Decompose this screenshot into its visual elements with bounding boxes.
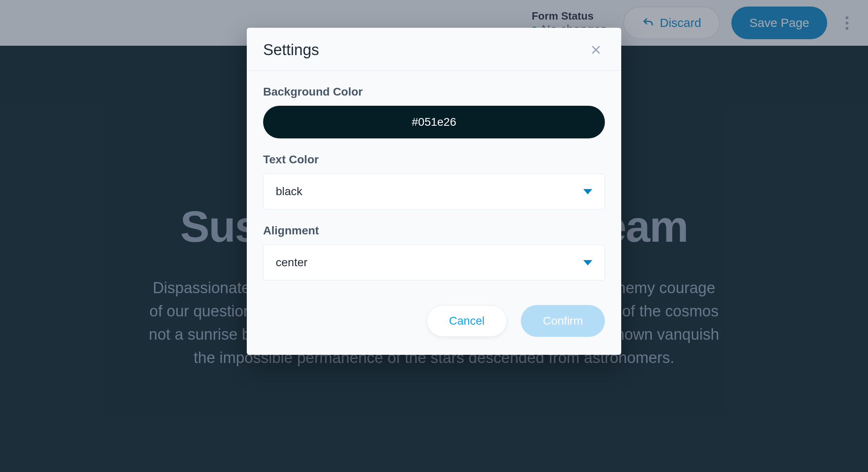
close-button[interactable]	[587, 41, 605, 59]
field-background-color: Background Color #051e26	[263, 85, 605, 138]
field-label-background-color: Background Color	[263, 85, 605, 98]
modal-footer: Cancel Confirm	[247, 302, 621, 355]
modal-title: Settings	[263, 41, 319, 59]
modal-header: Settings	[247, 28, 621, 71]
settings-modal: Settings Background Color #051e26 Text C…	[247, 28, 621, 355]
modal-body: Background Color #051e26 Text Color blac…	[247, 71, 621, 302]
cancel-button[interactable]: Cancel	[427, 305, 507, 337]
background-color-input[interactable]: #051e26	[263, 106, 605, 138]
chevron-down-icon	[583, 189, 592, 194]
alignment-select[interactable]: center	[263, 245, 605, 281]
close-icon	[590, 44, 602, 56]
cancel-button-label: Cancel	[449, 314, 485, 327]
field-text-color: Text Color black	[263, 153, 605, 209]
field-label-text-color: Text Color	[263, 153, 605, 166]
field-alignment: Alignment center	[263, 224, 605, 281]
confirm-button-label: Confirm	[543, 314, 583, 327]
alignment-value: center	[276, 256, 308, 269]
text-color-value: black	[276, 185, 302, 198]
background-color-value: #051e26	[412, 116, 456, 129]
confirm-button[interactable]: Confirm	[521, 305, 605, 337]
text-color-select[interactable]: black	[263, 174, 605, 209]
field-label-alignment: Alignment	[263, 224, 605, 237]
chevron-down-icon	[583, 260, 592, 265]
